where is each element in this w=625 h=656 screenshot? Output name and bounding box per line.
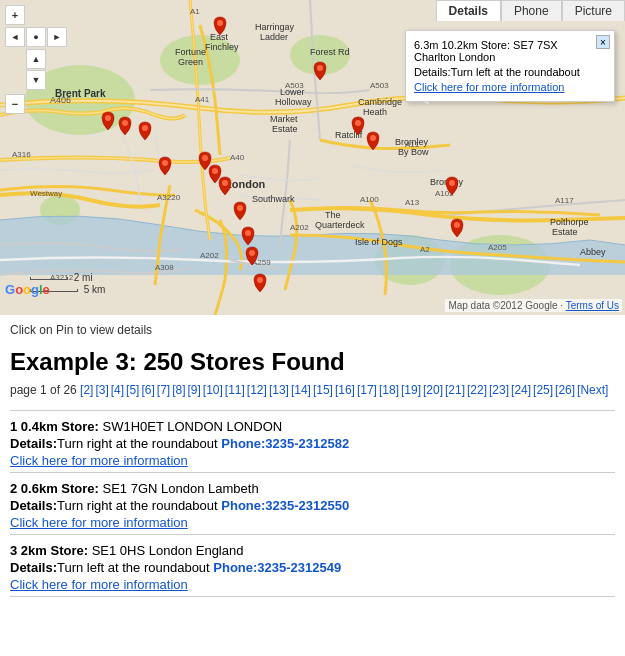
tab-picture[interactable]: Picture bbox=[562, 0, 625, 21]
svg-text:Isle of Dogs: Isle of Dogs bbox=[355, 237, 403, 247]
pagination-link[interactable]: [8] bbox=[172, 383, 185, 397]
popup-close-button[interactable]: × bbox=[596, 35, 610, 49]
map-container[interactable]: A406 A316 A41 A1 A503 A503 A11 A13 A100 … bbox=[0, 0, 625, 315]
svg-text:Green: Green bbox=[178, 57, 203, 67]
terms-link[interactable]: Terms of Us bbox=[566, 300, 619, 311]
tab-phone[interactable]: Phone bbox=[501, 0, 562, 21]
zoom-out-button[interactable]: − bbox=[5, 94, 25, 114]
svg-point-63 bbox=[237, 205, 243, 211]
pagination-link[interactable]: [26] bbox=[555, 383, 575, 397]
click-hint: Click on Pin to view details bbox=[10, 320, 615, 340]
svg-text:A2: A2 bbox=[420, 245, 430, 254]
store-link[interactable]: Click here for more information bbox=[10, 453, 615, 468]
pan-right-button[interactable]: ► bbox=[47, 27, 67, 47]
pagination: page 1 of 26 [2][3][4][5][6][7][8][9][10… bbox=[10, 381, 615, 400]
store-link[interactable]: Click here for more information bbox=[10, 515, 615, 530]
google-logo: Google bbox=[5, 282, 50, 297]
svg-point-59 bbox=[162, 160, 168, 166]
svg-text:A205: A205 bbox=[488, 243, 507, 252]
pagination-link[interactable]: [10] bbox=[203, 383, 223, 397]
svg-text:Cambridge: Cambridge bbox=[358, 97, 402, 107]
pagination-link[interactable]: [7] bbox=[157, 383, 170, 397]
svg-point-69 bbox=[449, 180, 455, 186]
svg-text:A503: A503 bbox=[370, 81, 389, 90]
pagination-link[interactable]: [23] bbox=[489, 383, 509, 397]
store-link[interactable]: Click here for more information bbox=[10, 577, 615, 592]
pagination-links: [2][3][4][5][6][7][8][9][10][11][12][13]… bbox=[80, 383, 610, 397]
pagination-link[interactable]: [2] bbox=[80, 383, 93, 397]
svg-text:Abbey: Abbey bbox=[580, 247, 606, 257]
svg-text:A40: A40 bbox=[230, 153, 245, 162]
svg-text:A1: A1 bbox=[190, 7, 200, 16]
svg-point-64 bbox=[245, 230, 251, 236]
pagination-link[interactable]: [25] bbox=[533, 383, 553, 397]
svg-text:Estate: Estate bbox=[552, 227, 578, 237]
svg-point-67 bbox=[355, 120, 361, 126]
popup-details: Details:Turn left at the roundabout bbox=[414, 66, 606, 78]
pagination-link[interactable]: [13] bbox=[269, 383, 289, 397]
pan-down-button[interactable]: ▼ bbox=[26, 70, 46, 90]
svg-text:The: The bbox=[325, 210, 341, 220]
svg-point-62 bbox=[222, 180, 228, 186]
pagination-link[interactable]: [19] bbox=[401, 383, 421, 397]
svg-text:A117: A117 bbox=[555, 196, 574, 205]
svg-text:Bromley: Bromley bbox=[395, 137, 429, 147]
pagination-link[interactable]: [3] bbox=[95, 383, 108, 397]
svg-text:By Bow: By Bow bbox=[398, 147, 429, 157]
svg-point-70 bbox=[454, 222, 460, 228]
pagination-link[interactable]: [20] bbox=[423, 383, 443, 397]
store-title: 2 0.6km Store: SE1 7GN London Lambeth bbox=[10, 481, 615, 496]
svg-point-61 bbox=[212, 168, 218, 174]
pagination-link[interactable]: [17] bbox=[357, 383, 377, 397]
svg-point-56 bbox=[105, 115, 111, 121]
pagination-link[interactable]: [21] bbox=[445, 383, 465, 397]
pan-center-button[interactable]: ● bbox=[26, 27, 46, 47]
pagination-link[interactable]: [14] bbox=[291, 383, 311, 397]
svg-text:A202: A202 bbox=[290, 223, 309, 232]
pagination-link[interactable]: [Next] bbox=[577, 383, 608, 397]
svg-point-65 bbox=[249, 250, 255, 256]
store-item: 1 0.4km Store: SW1H0ET LONDON LONDONDeta… bbox=[10, 410, 615, 472]
pagination-link[interactable]: [24] bbox=[511, 383, 531, 397]
pan-left-button[interactable]: ◄ bbox=[5, 27, 25, 47]
tab-details[interactable]: Details bbox=[436, 0, 501, 21]
store-item: 2 0.6km Store: SE1 7GN London LambethDet… bbox=[10, 472, 615, 534]
pagination-link[interactable]: [15] bbox=[313, 383, 333, 397]
pagination-link[interactable]: [18] bbox=[379, 383, 399, 397]
pagination-link[interactable]: [12] bbox=[247, 383, 267, 397]
page-title: Example 3: 250 Stores Found bbox=[10, 348, 615, 376]
pagination-link[interactable]: [9] bbox=[187, 383, 200, 397]
map-attribution: Map data ©2012 Google · Terms of Us bbox=[445, 299, 622, 312]
svg-text:A316: A316 bbox=[12, 150, 31, 159]
store-phone: Phone:3235-2312549 bbox=[213, 560, 341, 575]
svg-text:A3220: A3220 bbox=[157, 193, 181, 202]
svg-text:Finchley: Finchley bbox=[205, 42, 239, 52]
pagination-link[interactable]: [22] bbox=[467, 383, 487, 397]
svg-text:Harringay: Harringay bbox=[255, 22, 295, 32]
popup-link[interactable]: Click here for more information bbox=[414, 81, 564, 93]
svg-text:Heath: Heath bbox=[363, 107, 387, 117]
svg-text:Forest Rd: Forest Rd bbox=[310, 47, 350, 57]
attribution-text: Map data ©2012 Google · bbox=[448, 300, 565, 311]
store-item: 3 2km Store: SE1 0HS London EnglandDetai… bbox=[10, 534, 615, 597]
svg-text:Quarterdeck: Quarterdeck bbox=[315, 220, 365, 230]
pagination-link[interactable]: [16] bbox=[335, 383, 355, 397]
content-area: Click on Pin to view details Example 3: … bbox=[0, 315, 625, 602]
pan-up-button[interactable]: ▲ bbox=[26, 49, 46, 69]
stores-list: 1 0.4km Store: SW1H0ET LONDON LONDONDeta… bbox=[10, 410, 615, 597]
store-details: Details:Turn right at the roundabout Pho… bbox=[10, 498, 615, 513]
svg-point-57 bbox=[122, 120, 128, 126]
svg-text:Market: Market bbox=[270, 114, 298, 124]
svg-point-54 bbox=[217, 20, 223, 26]
pagination-link[interactable]: [4] bbox=[111, 383, 124, 397]
pagination-link[interactable]: [11] bbox=[225, 383, 245, 397]
zoom-in-button[interactable]: + bbox=[5, 5, 25, 25]
svg-text:Fortune: Fortune bbox=[175, 47, 206, 57]
svg-point-66 bbox=[257, 277, 263, 283]
pagination-link[interactable]: [6] bbox=[141, 383, 154, 397]
svg-text:A308: A308 bbox=[155, 263, 174, 272]
svg-point-68 bbox=[370, 135, 376, 141]
pagination-link[interactable]: [5] bbox=[126, 383, 139, 397]
map-controls: + ◄ ● ► ▲ ▼ − bbox=[5, 5, 67, 114]
svg-point-58 bbox=[142, 125, 148, 131]
